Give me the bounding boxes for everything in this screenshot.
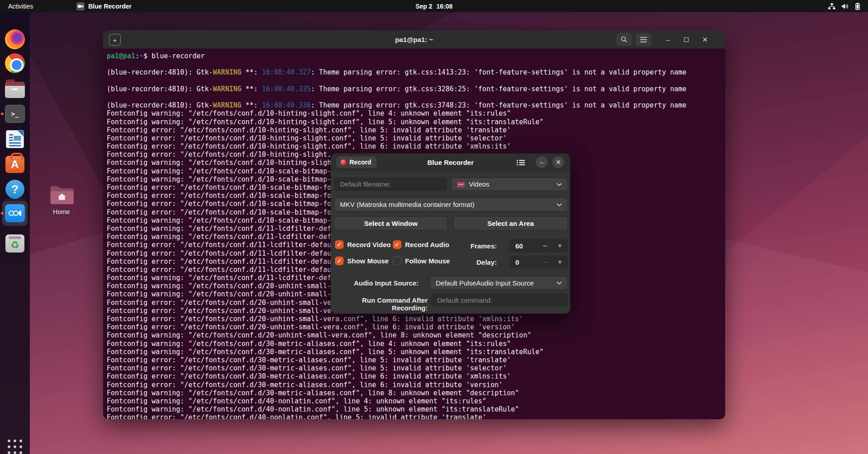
app-camera-icon — [76, 2, 85, 10]
terminal-line — [107, 93, 722, 101]
focused-app-name: Blue Recorder — [88, 3, 132, 10]
videos-folder-icon — [457, 181, 465, 187]
dock-item-terminal[interactable]: >_ — [4, 103, 26, 125]
select-window-button[interactable]: Select a Window — [334, 216, 448, 230]
sound-sources-button[interactable] — [515, 157, 527, 168]
dock-item-blue-recorder[interactable] — [4, 202, 26, 224]
new-tab-button[interactable]: + — [109, 34, 121, 46]
checkbox-icon: ✓ — [393, 240, 401, 249]
run-command-input[interactable] — [431, 293, 568, 307]
terminal-maximize-button[interactable] — [679, 33, 693, 46]
checkbox-icon: ✓ — [393, 257, 401, 265]
activities-button[interactable]: Activities — [0, 0, 41, 12]
delay-decrement-button[interactable]: – — [538, 256, 552, 268]
audio-input-label: Audio Input Source: — [334, 279, 419, 287]
terminal-line: Fontconfig error: "/etc/fonts/conf.d/20-… — [107, 315, 722, 323]
dock-item-trash[interactable]: ♻ — [4, 233, 26, 254]
trash-icon: ♻ — [5, 234, 24, 253]
network-icon — [828, 3, 835, 9]
dialog-minimize-button[interactable]: – — [536, 156, 547, 168]
ubuntu-software-icon: A — [5, 156, 24, 173]
frames-spinbutton[interactable]: 60 – + — [509, 239, 568, 252]
terminal-line: Fontconfig error: "/etc/fonts/conf.d/30-… — [107, 372, 722, 380]
running-indicator-dot — [1, 212, 4, 215]
record-video-label: Record Video — [347, 241, 391, 248]
dock-item-chrome[interactable] — [4, 52, 26, 74]
app-grid-icon — [8, 440, 22, 454]
terminal-line: Fontconfig error: "/etc/fonts/conf.d/30-… — [107, 364, 722, 372]
blue-recorder-icon — [5, 204, 25, 222]
terminal-close-button[interactable]: ✕ — [698, 33, 712, 46]
focused-app-indicator[interactable]: Blue Recorder — [76, 2, 132, 10]
dialog-headerbar[interactable]: Record Blue Recorder – ✕ — [331, 154, 570, 171]
record-dot-icon — [340, 159, 346, 165]
dock-item-ubuntu-software[interactable]: A — [4, 154, 26, 175]
terminal-line: Fontconfig warning: "/etc/fonts/conf.d/3… — [107, 340, 722, 348]
clock-date: Sep 2 — [415, 3, 432, 10]
terminal-line: Fontconfig error: "/etc/fonts/conf.d/10-… — [107, 142, 722, 150]
clock[interactable]: Sep 2 16:08 — [415, 3, 453, 10]
delay-value: 0 — [509, 258, 538, 266]
folder-select[interactable]: Videos — [451, 178, 568, 191]
terminal-line: Fontconfig warning: "/etc/fonts/conf.d/1… — [107, 118, 722, 126]
blue-recorder-dialog: Record Blue Recorder – ✕ Videos MKV (Mat… — [330, 153, 571, 314]
dock-item-libreoffice-writer[interactable] — [4, 128, 26, 150]
help-icon: ? — [5, 180, 24, 199]
terminal-minimize-button[interactable]: – — [661, 33, 675, 46]
terminal-icon: >_ — [5, 105, 25, 123]
dock-separator — [5, 199, 25, 199]
terminal-line: (blue-recorder:4810): Gtk-WARNING **: 16… — [107, 85, 722, 93]
dock-item-help[interactable]: ? — [4, 178, 26, 200]
terminal-line: Fontconfig error: "/etc/fonts/conf.d/30-… — [107, 381, 722, 389]
folder-select-value: Videos — [469, 180, 490, 188]
terminal-line: Fontconfig warning: "/etc/fonts/conf.d/4… — [107, 397, 722, 405]
select-area-button[interactable]: Select an Area — [453, 216, 568, 230]
terminal-search-button[interactable] — [616, 33, 632, 46]
dock-item-firefox[interactable] — [4, 28, 26, 50]
hamburger-menu-icon — [640, 37, 647, 42]
delay-spinbutton[interactable]: 0 – + — [509, 256, 568, 268]
dialog-close-button[interactable]: ✕ — [552, 156, 564, 168]
home-folder-icon — [49, 184, 74, 204]
desktop-home-folder[interactable]: Home — [48, 184, 75, 215]
dock-item-files[interactable] — [4, 79, 26, 101]
chevron-down-icon — [557, 281, 562, 285]
format-select[interactable]: MKV (Matroska multimedia container forma… — [334, 197, 568, 211]
desktop-wallpaper: Activities Blue Recorder Sep 2 16:08 — [0, 0, 868, 454]
running-indicator-dot — [1, 112, 4, 115]
search-icon — [621, 36, 627, 43]
terminal-menu-button[interactable] — [636, 33, 651, 46]
show-mouse-checkbox[interactable]: ✓ Show Mouse — [335, 257, 389, 265]
frames-label: Frames: — [439, 242, 497, 250]
audio-input-select[interactable]: Default PulseAudio Input Source — [430, 276, 568, 290]
list-icon — [517, 159, 525, 166]
show-applications-button[interactable] — [4, 436, 26, 454]
record-video-checkbox[interactable]: ✓ Record Video — [335, 240, 391, 249]
delay-increment-button[interactable]: + — [552, 256, 567, 268]
chevron-down-icon — [557, 203, 562, 206]
audio-input-value: Default PulseAudio Input Source — [436, 279, 534, 287]
system-status-area[interactable] — [825, 0, 863, 12]
run-command-label: Run Command After Recording: — [331, 296, 428, 312]
frames-increment-button[interactable]: + — [552, 240, 567, 252]
maximize-icon — [684, 37, 689, 42]
terminal-line: Fontconfig error: "/etc/fonts/conf.d/30-… — [107, 356, 722, 364]
terminal-line — [107, 60, 722, 68]
dock: >_ A ? ♻ — [0, 12, 30, 454]
files-icon — [5, 82, 25, 98]
terminal-line: Fontconfig warning: "/etc/fonts/conf.d/3… — [107, 389, 722, 397]
libreoffice-writer-icon — [6, 130, 24, 148]
terminal-line: Fontconfig error: "/etc/fonts/conf.d/20-… — [107, 323, 722, 331]
filename-input[interactable] — [334, 178, 447, 191]
frames-decrement-button[interactable]: – — [538, 240, 552, 252]
chrome-icon — [5, 53, 25, 73]
record-button[interactable]: Record — [336, 156, 377, 168]
firefox-icon — [5, 29, 25, 49]
terminal-line: (blue-recorder:4810): Gtk-WARNING **: 16… — [107, 68, 722, 76]
home-folder-label: Home — [48, 208, 75, 215]
terminal-line: Fontconfig error: "/etc/fonts/conf.d/40-… — [107, 413, 722, 419]
delay-label: Delay: — [439, 258, 497, 266]
show-mouse-label: Show Mouse — [347, 257, 389, 265]
select-area-label: Select an Area — [487, 220, 534, 227]
terminal-titlebar[interactable]: pa1@pa1: ~ + – ✕ — [103, 30, 725, 49]
